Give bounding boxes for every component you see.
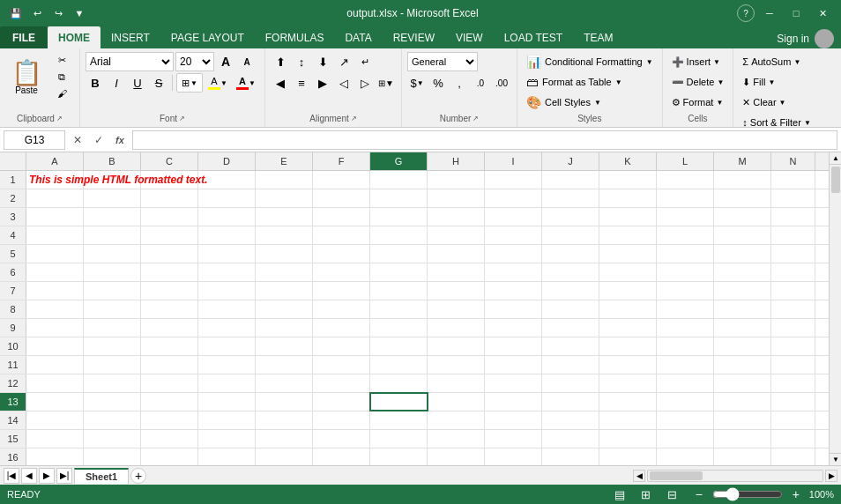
- cell-M4[interactable]: [714, 226, 771, 244]
- cell-F12[interactable]: [313, 374, 370, 392]
- cell-C5[interactable]: [141, 245, 198, 263]
- col-header-N[interactable]: N: [771, 152, 815, 170]
- cell-J3[interactable]: [542, 208, 599, 226]
- row-num-14[interactable]: 14: [0, 411, 26, 429]
- wrap-text-button[interactable]: ↵: [355, 52, 375, 71]
- cell-G11[interactable]: [370, 356, 428, 374]
- cell-G13[interactable]: [370, 393, 428, 411]
- cell-M13[interactable]: [714, 393, 771, 411]
- cell-A8[interactable]: [26, 300, 84, 318]
- function-wizard-button[interactable]: fx: [111, 131, 129, 149]
- cell-B11[interactable]: [84, 356, 141, 374]
- cell-E5[interactable]: [256, 245, 313, 263]
- cell-H1[interactable]: [428, 171, 485, 189]
- cell-I14[interactable]: [485, 411, 542, 429]
- cell-D2[interactable]: [198, 189, 256, 207]
- redo-quick-btn[interactable]: ↪: [49, 4, 67, 22]
- cell-N1[interactable]: [771, 171, 815, 189]
- insert-cells-button[interactable]: ➕ Insert ▼: [668, 52, 724, 71]
- cell-D7[interactable]: [198, 282, 256, 300]
- cell-F5[interactable]: [313, 245, 370, 263]
- cell-H2[interactable]: [428, 189, 485, 207]
- cell-C15[interactable]: [141, 430, 198, 448]
- cell-G14[interactable]: [370, 411, 428, 429]
- cell-J9[interactable]: [542, 319, 599, 337]
- cell-H11[interactable]: [428, 356, 485, 374]
- cell-I10[interactable]: [485, 337, 542, 355]
- cell-B8[interactable]: [84, 300, 141, 318]
- cell-K5[interactable]: [599, 245, 657, 263]
- font-shrink-button[interactable]: A: [237, 52, 257, 71]
- cell-G10[interactable]: [370, 337, 428, 355]
- cell-K16[interactable]: [599, 448, 657, 465]
- cell-L10[interactable]: [657, 337, 714, 355]
- cell-G7[interactable]: [370, 282, 428, 300]
- sheet-nav-next[interactable]: ▶: [39, 468, 55, 484]
- cell-J14[interactable]: [542, 411, 599, 429]
- cell-E3[interactable]: [256, 208, 313, 226]
- row-num-10[interactable]: 10: [0, 337, 26, 355]
- cell-H16[interactable]: [428, 448, 485, 465]
- indent-inc-button[interactable]: ▷: [355, 73, 375, 93]
- cell-K15[interactable]: [599, 430, 657, 448]
- cell-H10[interactable]: [428, 337, 485, 355]
- cell-G8[interactable]: [370, 300, 428, 318]
- cell-K2[interactable]: [599, 189, 657, 207]
- dec-inc-button[interactable]: .0: [471, 73, 490, 93]
- format-cells-button[interactable]: ⚙ Format ▼: [668, 93, 727, 112]
- cell-K12[interactable]: [599, 374, 657, 392]
- cell-J2[interactable]: [542, 189, 599, 207]
- cell-C11[interactable]: [141, 356, 198, 374]
- delete-cells-button[interactable]: ➖ Delete ▼: [668, 72, 728, 92]
- cell-I7[interactable]: [485, 282, 542, 300]
- scroll-down-button[interactable]: ▼: [830, 453, 841, 465]
- cell-B5[interactable]: [84, 245, 141, 263]
- row-num-15[interactable]: 15: [0, 430, 26, 448]
- conditional-formatting-button[interactable]: 📊 Conditional Formatting ▼: [523, 52, 657, 71]
- cell-N2[interactable]: [771, 189, 815, 207]
- cell-I15[interactable]: [485, 430, 542, 448]
- cell-F8[interactable]: [313, 300, 370, 318]
- cell-F11[interactable]: [313, 356, 370, 374]
- cell-J10[interactable]: [542, 337, 599, 355]
- cell-F13[interactable]: [313, 393, 370, 411]
- cell-M12[interactable]: [714, 374, 771, 392]
- underline-button[interactable]: U: [128, 73, 147, 93]
- cell-M14[interactable]: [714, 411, 771, 429]
- cell-J1[interactable]: [542, 171, 599, 189]
- cell-C9[interactable]: [141, 319, 198, 337]
- cell-B10[interactable]: [84, 337, 141, 355]
- cell-H15[interactable]: [428, 430, 485, 448]
- cell-J4[interactable]: [542, 226, 599, 244]
- cell-N9[interactable]: [771, 319, 815, 337]
- cell-L1[interactable]: [657, 171, 714, 189]
- col-header-D[interactable]: D: [198, 152, 256, 170]
- cell-G4[interactable]: [370, 226, 428, 244]
- cell-N8[interactable]: [771, 300, 815, 318]
- row-num-9[interactable]: 9: [0, 319, 26, 337]
- indent-dec-button[interactable]: ◁: [334, 73, 354, 93]
- cell-I3[interactable]: [485, 208, 542, 226]
- tab-team[interactable]: TEAM: [573, 26, 623, 48]
- row-num-16[interactable]: 16: [0, 448, 26, 465]
- sheet-nav-prev[interactable]: ◀: [21, 468, 37, 484]
- scroll-thumb-vertical[interactable]: [831, 167, 840, 193]
- hscroll-right-button[interactable]: ▶: [825, 470, 837, 482]
- clipboard-expand-icon[interactable]: ↗: [56, 115, 63, 122]
- cell-N11[interactable]: [771, 356, 815, 374]
- cell-D9[interactable]: [198, 319, 256, 337]
- cell-E10[interactable]: [256, 337, 313, 355]
- cell-A6[interactable]: [26, 263, 84, 281]
- col-header-J[interactable]: J: [542, 152, 599, 170]
- cell-L3[interactable]: [657, 208, 714, 226]
- cut-button[interactable]: ✂: [49, 52, 74, 68]
- cell-A11[interactable]: [26, 356, 84, 374]
- cell-K8[interactable]: [599, 300, 657, 318]
- cell-J15[interactable]: [542, 430, 599, 448]
- cell-L12[interactable]: [657, 374, 714, 392]
- tab-file[interactable]: FILE: [0, 26, 48, 48]
- cell-A3[interactable]: [26, 208, 84, 226]
- cell-B3[interactable]: [84, 208, 141, 226]
- sign-in-button[interactable]: Sign in: [777, 33, 809, 45]
- col-header-I[interactable]: I: [485, 152, 542, 170]
